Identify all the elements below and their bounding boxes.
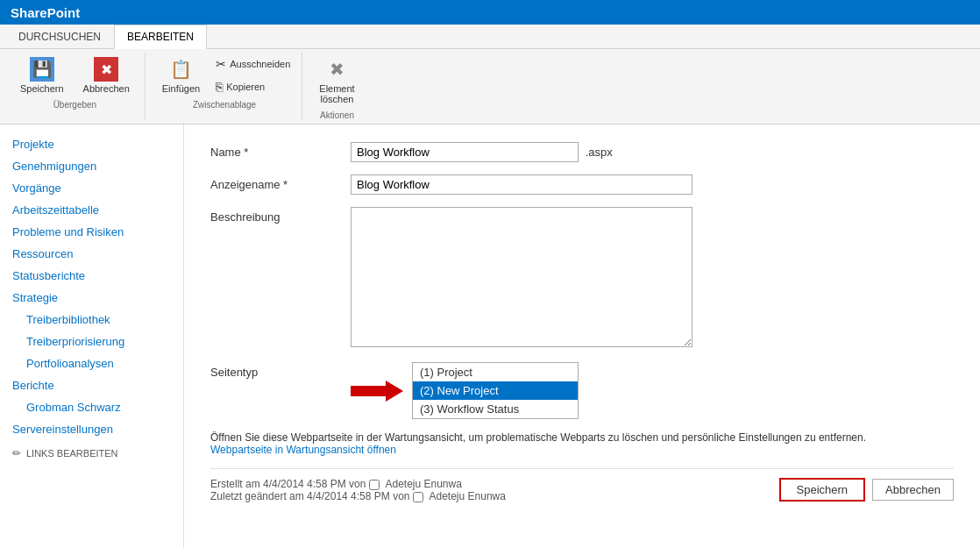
display-label: Anzeigename * bbox=[210, 174, 351, 191]
desc-label: Beschreibung bbox=[210, 207, 351, 224]
ribbon-group-aktionen: Elementlöschen Aktionen bbox=[304, 53, 369, 120]
copy-button[interactable]: ⎘ Kopieren bbox=[211, 77, 295, 96]
sidebar-item-projekte[interactable]: Projekte bbox=[0, 133, 183, 155]
info-section: Öffnen Sie diese Webpartseite in der War… bbox=[210, 431, 954, 456]
tab-durchsuchen[interactable]: DURCHSUCHEN bbox=[5, 25, 114, 48]
aspx-suffix: .aspx bbox=[586, 146, 613, 159]
sidebar-item-probleme-risiken[interactable]: Probleme und Risiken bbox=[0, 221, 183, 243]
delete-button[interactable]: Elementlöschen bbox=[311, 53, 362, 109]
paste-button[interactable]: 📋 Einfügen bbox=[154, 53, 208, 98]
footer-buttons: Speichern Abbrechen bbox=[779, 478, 954, 502]
maintenance-link[interactable]: Webpartseite in Wartungsansicht öffnen bbox=[210, 444, 396, 456]
name-row: Name * .aspx bbox=[210, 142, 954, 162]
cancel-icon bbox=[94, 57, 118, 82]
sidebar-item-vorgaenge[interactable]: Vorgänge bbox=[0, 177, 183, 199]
dropdown-item-new-project[interactable]: (2) New Project bbox=[413, 381, 578, 400]
sidebar-item-statusberichte[interactable]: Statusberichte bbox=[0, 265, 183, 287]
aktionen-buttons: Elementlöschen bbox=[311, 53, 362, 109]
cancel-ribbon-button[interactable]: Abbrechen bbox=[75, 53, 138, 98]
aktionen-label: Aktionen bbox=[320, 110, 354, 120]
cut-button[interactable]: ✂ Ausschneiden bbox=[211, 54, 295, 74]
desc-row: Beschreibung bbox=[210, 207, 954, 350]
app-title: SharePoint bbox=[11, 5, 80, 20]
seitentyp-field: (1) Project (2) New Project (3) Workflow… bbox=[351, 362, 579, 419]
ribbon: DURCHSUCHEN BEARBEITEN Speichern Abbrech… bbox=[0, 25, 980, 125]
arrow-container bbox=[351, 377, 403, 405]
desc-textarea[interactable] bbox=[351, 207, 692, 347]
save-ribbon-label: Speichern bbox=[20, 83, 64, 94]
desc-field-container bbox=[351, 207, 954, 350]
created-user: Adeteju Enunwa bbox=[385, 478, 461, 490]
cancel-ribbon-label: Abbrechen bbox=[83, 83, 130, 94]
sidebar-item-servereinstellungen[interactable]: Servereinstellungen bbox=[0, 418, 183, 440]
copy-label: Kopieren bbox=[226, 82, 265, 92]
created-line: Erstellt am 4/4/2014 4:58 PM von Adeteju… bbox=[210, 478, 506, 490]
svg-marker-0 bbox=[351, 381, 403, 402]
zwischenablage-label: Zwischenablage bbox=[193, 100, 256, 110]
ribbon-tabs: DURCHSUCHEN BEARBEITEN bbox=[0, 25, 980, 49]
cut-label: Ausschneiden bbox=[230, 59, 290, 69]
tab-bearbeiten[interactable]: BEARBEITEN bbox=[114, 25, 207, 49]
display-name-row: Anzeigename * bbox=[210, 174, 954, 195]
paste-label: Einfügen bbox=[162, 83, 200, 94]
sidebar-item-grobman-schwarz[interactable]: Grobman Schwarz bbox=[0, 396, 183, 418]
ribbon-group-zwischenablage: 📋 Einfügen ✂ Ausschneiden ⎘ Kopieren Zwi… bbox=[147, 53, 303, 120]
created-text: Erstellt am 4/4/2014 4:58 PM von bbox=[210, 478, 366, 490]
dropdown-item-workflow-status[interactable]: (3) Workflow Status bbox=[413, 400, 578, 418]
seitentyp-dropdown[interactable]: (1) Project (2) New Project (3) Workflow… bbox=[412, 362, 579, 419]
modified-checkbox[interactable] bbox=[413, 492, 423, 502]
save-button[interactable]: Speichern bbox=[779, 478, 866, 502]
display-input[interactable] bbox=[351, 174, 692, 195]
dropdown-item-project[interactable]: (1) Project bbox=[413, 363, 578, 381]
links-bearbeiten[interactable]: ✏ LINKS BEARBEITEN bbox=[0, 440, 183, 464]
footer-section: Erstellt am 4/4/2014 4:58 PM von Adeteju… bbox=[210, 468, 954, 502]
sidebar-item-arbeitszeittabelle[interactable]: Arbeitszeittabelle bbox=[0, 199, 183, 221]
name-label: Name * bbox=[210, 142, 351, 159]
name-input[interactable] bbox=[351, 142, 579, 162]
zwischenablage-buttons: 📋 Einfügen ✂ Ausschneiden ⎘ Kopieren bbox=[154, 53, 295, 98]
save-ribbon-button[interactable]: Speichern bbox=[12, 53, 72, 98]
main-layout: Projekte Genehmigungen Vorgänge Arbeitsz… bbox=[0, 125, 980, 548]
sidebar-item-ressourcen[interactable]: Ressourcen bbox=[0, 243, 183, 265]
save-icon bbox=[30, 57, 54, 82]
links-bearbeiten-label: LINKS BEARBEITEN bbox=[26, 448, 118, 459]
copy-icon: ⎘ bbox=[216, 80, 223, 94]
created-checkbox[interactable] bbox=[369, 480, 380, 490]
delete-icon bbox=[324, 57, 349, 82]
sidebar-item-berichte[interactable]: Berichte bbox=[0, 374, 183, 396]
footer-meta: Erstellt am 4/4/2014 4:58 PM von Adeteju… bbox=[210, 478, 506, 502]
paste-icon: 📋 bbox=[168, 57, 193, 82]
sidebar-item-strategie[interactable]: Strategie bbox=[0, 287, 183, 309]
sidebar-item-genehmigungen[interactable]: Genehmigungen bbox=[0, 155, 183, 177]
sidebar: Projekte Genehmigungen Vorgänge Arbeitsz… bbox=[0, 125, 184, 548]
sidebar-item-treiberbibliothek[interactable]: Treiberbibliothek bbox=[0, 309, 183, 331]
display-field-container bbox=[351, 174, 954, 195]
modified-text: Zuletzt geändert am 4/4/2014 4:58 PM von bbox=[210, 490, 409, 502]
ribbon-content: Speichern Abbrechen Übergeben 📋 Einfügen… bbox=[0, 49, 980, 124]
pencil-icon: ✏ bbox=[12, 447, 21, 459]
top-bar: SharePoint bbox=[0, 0, 980, 25]
cut-icon: ✂ bbox=[216, 57, 226, 71]
red-arrow-icon bbox=[351, 377, 403, 405]
info-text: Öffnen Sie diese Webpartseite in der War… bbox=[210, 431, 954, 444]
sidebar-item-portfolioanalysen[interactable]: Portfolioanalysen bbox=[0, 352, 183, 374]
delete-label: Elementlöschen bbox=[319, 83, 354, 104]
cancel-button[interactable]: Abbrechen bbox=[872, 479, 954, 501]
seitentyp-label: Seitentyp bbox=[210, 362, 351, 379]
content-area: Name * .aspx Anzeigename * Beschreibung … bbox=[184, 125, 980, 548]
sidebar-item-treiberpriorisierung[interactable]: Treiberpriorisierung bbox=[0, 331, 183, 352]
uebergeben-buttons: Speichern Abbrechen bbox=[12, 53, 138, 98]
modified-line: Zuletzt geändert am 4/4/2014 4:58 PM von… bbox=[210, 490, 506, 502]
name-field-container: .aspx bbox=[351, 142, 954, 162]
seitentyp-row: Seitentyp (1) Project (2) New Project (3… bbox=[210, 362, 954, 419]
modified-user: Adeteju Enunwa bbox=[430, 490, 506, 502]
ribbon-group-uebergeben: Speichern Abbrechen Übergeben bbox=[5, 53, 146, 120]
uebergeben-label: Übergeben bbox=[53, 100, 96, 110]
